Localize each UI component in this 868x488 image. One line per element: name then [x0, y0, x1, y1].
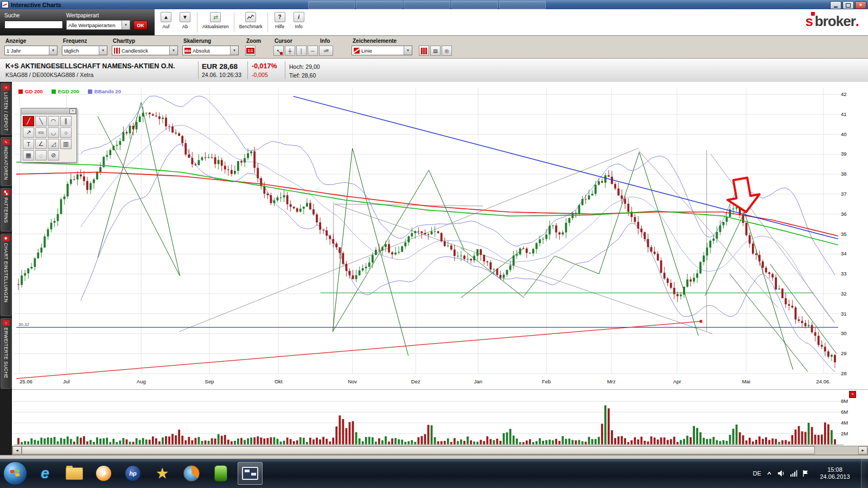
day-high: Hoch: 29,00: [289, 63, 320, 70]
tray-time: 15:08: [814, 466, 856, 473]
ellipse-tool[interactable]: ○: [60, 127, 72, 138]
chevron-down-icon[interactable]: ▼: [122, 21, 130, 29]
arc-tool[interactable]: ◠: [48, 116, 59, 126]
info-off-toggle[interactable]: off: [319, 46, 333, 56]
indicator-bars-button[interactable]: [419, 46, 429, 56]
network-icon[interactable]: [790, 470, 797, 477]
trend-angle-tool[interactable]: ∠: [35, 139, 47, 149]
benchmark-button[interactable]: Benchmark: [239, 12, 263, 29]
bars-tool[interactable]: ▥: [60, 139, 72, 149]
clear-tool[interactable]: ⊘: [48, 150, 59, 160]
pencil-tool[interactable]: ╲: [35, 116, 47, 126]
close-button[interactable]: ×: [855, 1, 866, 9]
taskbar-icon-interactive-charts[interactable]: [238, 462, 263, 485]
curve-tool[interactable]: ◡: [48, 127, 59, 138]
parallel-lines-tool[interactable]: ∥: [60, 116, 72, 126]
taskbar-icon-windows-explorer[interactable]: [62, 462, 87, 485]
volume-icon[interactable]: [777, 470, 785, 477]
start-button[interactable]: [3, 461, 27, 485]
minimize-button[interactable]: [830, 1, 841, 9]
text-tool[interactable]: T: [23, 139, 34, 149]
zoom-icon: 1:1: [246, 48, 254, 54]
skalierung-dropdown[interactable]: abs Absolut ▼: [182, 46, 239, 55]
volume-close-button[interactable]: ×: [849, 391, 856, 398]
charttyp-label: Charttyp: [113, 38, 135, 44]
circle-small-tool[interactable]: ◌: [35, 150, 47, 160]
chevron-down-icon[interactable]: ▼: [49, 46, 57, 55]
up-button[interactable]: ▲ Auf: [159, 12, 173, 29]
info-button[interactable]: i Info: [292, 12, 306, 29]
refresh-button[interactable]: ⇄ Aktualisieren: [202, 12, 229, 29]
legend-bbands[interactable]: BBands 20: [88, 88, 121, 94]
chevron-down-icon[interactable]: ▼: [169, 46, 177, 55]
svg-text:29: 29: [841, 350, 847, 356]
rectangle-tool[interactable]: ▭: [35, 127, 47, 138]
annotations-button[interactable]: ◎: [442, 46, 452, 56]
taskbar-clock[interactable]: 15:08 24.06.2013: [814, 466, 856, 480]
frequenz-dropdown[interactable]: täglich ▼: [62, 46, 107, 55]
taskbar-icon-media-player[interactable]: [91, 462, 116, 485]
volume-chart[interactable]: 2M4M6M8M: [12, 390, 868, 446]
change-percent: -0,017%: [252, 62, 277, 70]
show-desktop-button[interactable]: [861, 459, 868, 488]
chevron-down-icon[interactable]: ▼: [99, 46, 107, 55]
palette-titlebar[interactable]: ×: [21, 108, 76, 114]
taskbar-icon-favorites[interactable]: ★: [150, 462, 175, 485]
gd200-line: [16, 172, 838, 236]
sbroker-logo: s broker .: [805, 13, 859, 30]
taskbar-icon-hp[interactable]: hp: [120, 462, 145, 485]
taskbar-icon-green-app[interactable]: [208, 462, 233, 485]
sidebar-item-indikatoren[interactable]: ∿ INDIKATOREN: [1, 137, 11, 186]
language-indicator[interactable]: DE: [753, 470, 761, 477]
triangle-tool[interactable]: ◿: [48, 139, 59, 149]
background-window-button[interactable]: [308, 1, 355, 9]
help-button[interactable]: ? Hilfe: [273, 12, 287, 29]
search-input[interactable]: [4, 21, 63, 29]
charttyp-dropdown[interactable]: Candlestick ▼: [112, 46, 178, 55]
sidebar-item-listen-depot[interactable]: ≡ LISTEN / DEPOT: [1, 83, 11, 135]
scrollbar-thumb[interactable]: [22, 446, 815, 454]
background-window-button[interactable]: [356, 1, 403, 9]
line-tool[interactable]: ╱: [23, 116, 34, 126]
ok-button[interactable]: OK: [133, 21, 148, 30]
grid-tool[interactable]: ▦: [23, 150, 34, 160]
chevron-down-icon[interactable]: ▼: [404, 46, 412, 55]
chart-horizontal-scrollbar[interactable]: ◄ ►: [12, 446, 868, 455]
background-window-button[interactable]: [451, 1, 498, 9]
background-window-button[interactable]: [499, 1, 546, 9]
legend-gd200[interactable]: GD 200: [18, 88, 43, 94]
sidebar-item-patterns[interactable]: ▚ PATTERNS: [1, 188, 11, 232]
action-center-flag-icon[interactable]: [802, 470, 809, 477]
info-icon: i: [293, 12, 304, 22]
horizontal-line-cursor-button[interactable]: ─: [308, 46, 318, 56]
taskbar-icon-internet-explorer[interactable]: e: [33, 462, 58, 485]
arrow-tool[interactable]: ↗: [23, 127, 34, 138]
anzeige-dropdown[interactable]: 1 Jahr ▼: [4, 46, 58, 55]
green-drawings: [98, 102, 837, 372]
taskbar-icon-firefox[interactable]: [179, 462, 204, 485]
crosshair-cursor-button[interactable]: ┼: [285, 46, 295, 56]
background-window-button[interactable]: [404, 1, 450, 9]
wertpapierart-dropdown[interactable]: Alle Wertpapierarten ▼: [66, 20, 130, 30]
svg-text:Aug: Aug: [137, 378, 146, 384]
notes-button[interactable]: ▤: [430, 46, 441, 56]
pointer-cursor-button[interactable]: ↖: [273, 46, 284, 56]
vertical-line-cursor-button[interactable]: │: [296, 46, 307, 56]
price-chart[interactable]: 30,3228293031323334353637383940414225.06…: [12, 82, 868, 389]
sidebar-item-erweiterte-suche[interactable]: ○ ERWEITERTE SUCHE: [1, 318, 11, 389]
svg-text:Sep: Sep: [205, 378, 214, 384]
zoom-1-1-button[interactable]: 1:1: [245, 46, 256, 56]
chevron-down-icon[interactable]: ▼: [230, 46, 238, 55]
zeichenelemente-dropdown[interactable]: Linie ▼: [352, 46, 412, 55]
legend-egd200[interactable]: EGD 200: [52, 88, 79, 94]
sidebar-item-label: ERWEITERTE SUCHE: [3, 328, 9, 378]
scroll-right-button[interactable]: ►: [858, 446, 867, 454]
sidebar-item-chart-einstellungen[interactable]: ✱ CHART EINSTELLUNGEN: [1, 234, 11, 316]
skalierung-value: Absolut: [193, 48, 210, 54]
button-label: Benchmark: [239, 24, 263, 29]
maximize-button[interactable]: [843, 1, 854, 9]
hidden-icons-chevron-icon[interactable]: [766, 470, 773, 477]
palette-close-icon[interactable]: ×: [69, 108, 76, 114]
down-button[interactable]: ▼ Ab: [178, 12, 192, 29]
scroll-left-button[interactable]: ◄: [12, 446, 22, 454]
